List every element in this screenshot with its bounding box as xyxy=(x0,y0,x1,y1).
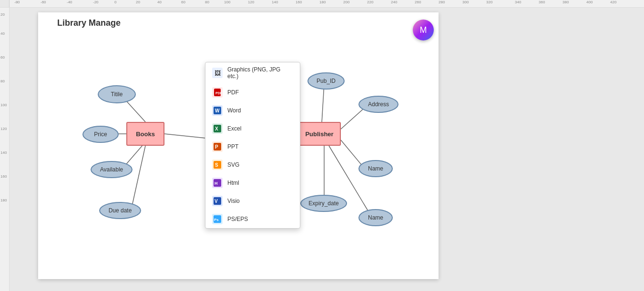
ruler-mark: 160 xyxy=(296,0,302,4)
svg-text:H: H xyxy=(215,181,218,186)
ruler-mark: -40 xyxy=(67,0,72,4)
ruler-mark: 260 xyxy=(415,0,421,4)
ruler-mark: 280 xyxy=(439,0,445,4)
word-icon: W xyxy=(212,105,223,116)
entity-address[interactable]: Address xyxy=(358,96,399,113)
vruler-mark: 40 xyxy=(0,31,5,36)
entity-expiry[interactable]: Expiry_date xyxy=(300,195,347,212)
excel-icon: X xyxy=(212,123,223,134)
visio-icon: V xyxy=(212,196,223,206)
ruler-mark: 60 xyxy=(181,0,185,4)
entity-pub-id[interactable]: Pub_ID xyxy=(307,72,345,90)
ruler-mark: 320 xyxy=(486,0,492,4)
export-graphics-label: Graphics (PNG, JPG etc.) xyxy=(227,66,293,80)
diagram-title: Library Manage xyxy=(57,18,121,28)
entity-pub-id-label: Pub_ID xyxy=(317,78,336,84)
entity-title[interactable]: Titile xyxy=(98,85,136,103)
v-ruler: 20 40 60 80 100 120 140 160 180 xyxy=(0,8,10,291)
vruler-mark: 100 xyxy=(0,103,7,107)
ruler-mark: 200 xyxy=(343,0,349,4)
entity-address-label: Address xyxy=(368,101,389,108)
svg-icon: S xyxy=(212,160,223,170)
ruler-corner xyxy=(0,0,10,7)
svg-text:PDF: PDF xyxy=(215,91,222,95)
ruler-mark: 380 xyxy=(562,0,569,4)
vruler-mark: 160 xyxy=(0,174,7,179)
ruler-mark: 120 xyxy=(248,0,254,4)
export-visio-label: Visio xyxy=(227,198,240,204)
svg-line-9 xyxy=(341,108,365,129)
ruler-mark: 220 xyxy=(367,0,373,4)
ruler-mark: 180 xyxy=(319,0,326,4)
entity-name2[interactable]: Name xyxy=(358,209,393,226)
ruler-mark: 360 xyxy=(539,0,545,4)
export-pseps[interactable]: Ps PS/EPS xyxy=(205,210,300,228)
entity-available[interactable]: Available xyxy=(91,161,133,178)
ruler-mark: 340 xyxy=(515,0,521,4)
ruler-mark: -60 xyxy=(41,0,46,4)
export-visio[interactable]: V Visio xyxy=(205,192,300,210)
export-dropdown: 🖼 Graphics (PNG, JPG etc.) PDF PDF W Wor… xyxy=(205,62,300,229)
canvas-avatar: M xyxy=(413,20,434,40)
canvas-section: 20 40 60 80 100 120 140 160 180 M Librar… xyxy=(0,8,644,291)
svg-text:P: P xyxy=(215,144,218,150)
export-excel[interactable]: X Excel xyxy=(205,120,300,138)
export-ppt-label: PPT xyxy=(227,143,238,150)
export-word[interactable]: W Word xyxy=(205,101,300,120)
ruler-mark: 300 xyxy=(462,0,469,4)
export-excel-label: Excel xyxy=(227,125,241,132)
svg-text:V: V xyxy=(215,199,218,204)
export-html[interactable]: H Html xyxy=(205,174,300,192)
vruler-mark: 20 xyxy=(0,12,5,17)
export-word-label: Word xyxy=(227,107,241,114)
entity-due-date[interactable]: Due date xyxy=(99,202,141,219)
h-ruler-wrap: -80 -60 -40 -20 0 20 40 60 80 100 120 14… xyxy=(0,0,644,8)
entity-price[interactable]: Price xyxy=(82,126,119,143)
entity-available-label: Available xyxy=(100,166,123,173)
svg-text:X: X xyxy=(215,126,218,131)
vruler-mark: 80 xyxy=(0,79,5,83)
ruler-mark: 140 xyxy=(272,0,278,4)
ruler-mark: 40 xyxy=(157,0,162,4)
entity-books-label: Books xyxy=(136,130,155,138)
entity-title-label: Titile xyxy=(111,91,123,98)
ruler-mark: 20 xyxy=(136,0,140,4)
entity-name1[interactable]: Name xyxy=(358,160,393,177)
ruler-mark: 400 xyxy=(586,0,593,4)
ruler-mark: 240 xyxy=(391,0,397,4)
export-pdf[interactable]: PDF PDF xyxy=(205,83,300,101)
entity-due-date-label: Due date xyxy=(109,207,132,214)
export-html-label: Html xyxy=(227,180,239,186)
entity-books[interactable]: Books xyxy=(126,122,164,146)
export-ppt[interactable]: P PPT xyxy=(205,138,300,156)
svg-line-3 xyxy=(131,146,145,210)
html-icon: H xyxy=(212,178,223,188)
export-svg[interactable]: S SVG xyxy=(205,156,300,174)
canvas[interactable]: M Library Manage xyxy=(10,8,644,291)
ruler-mark: -80 xyxy=(14,0,20,4)
svg-line-8 xyxy=(322,84,324,123)
export-pseps-label: PS/EPS xyxy=(227,216,248,222)
export-svg-label: SVG xyxy=(227,161,239,168)
main-area: -80 -60 -40 -20 0 20 40 60 80 100 120 14… xyxy=(0,74,644,277)
entity-name2-label: Name xyxy=(368,214,383,221)
entity-publisher[interactable]: Publisher xyxy=(298,122,341,146)
entity-name1-label: Name xyxy=(368,165,383,172)
ruler-mark: 0 xyxy=(114,0,116,4)
entity-publisher-label: Publisher xyxy=(305,130,333,138)
ruler-mark: 420 xyxy=(610,0,616,4)
export-pdf-label: PDF xyxy=(227,89,239,96)
svg-text:S: S xyxy=(215,162,218,168)
ruler-mark: -20 xyxy=(93,0,99,4)
entity-price-label: Price xyxy=(94,131,107,138)
h-ruler: -80 -60 -40 -20 0 20 40 60 80 100 120 14… xyxy=(10,0,644,7)
svg-text:Ps: Ps xyxy=(214,218,219,222)
vruler-mark: 60 xyxy=(0,55,5,60)
pseps-icon: Ps xyxy=(212,214,223,224)
vruler-mark: 120 xyxy=(0,127,7,131)
svg-text:W: W xyxy=(215,108,220,113)
pdf-icon: PDF xyxy=(212,87,223,98)
entity-expiry-label: Expiry_date xyxy=(308,200,338,207)
export-graphics[interactable]: 🖼 Graphics (PNG, JPG etc.) xyxy=(205,62,300,83)
vruler-mark: 140 xyxy=(0,151,7,155)
